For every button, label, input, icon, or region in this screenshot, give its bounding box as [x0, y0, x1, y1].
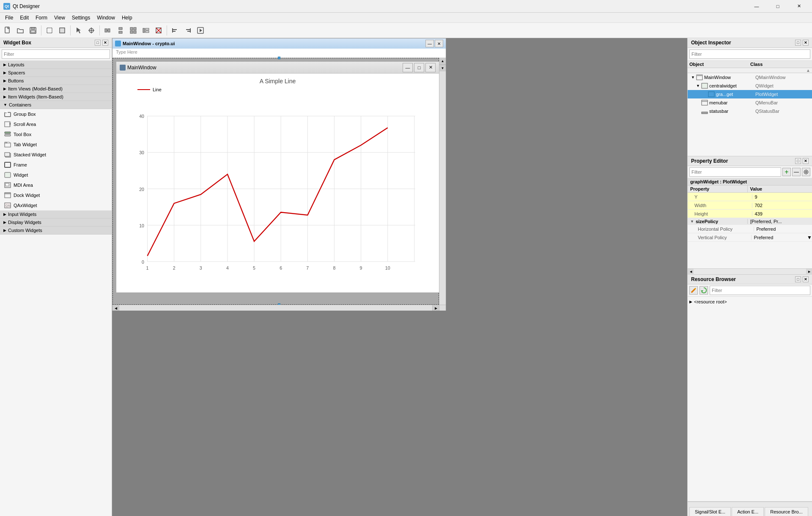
tab-signal-slot[interactable]: Signal/Slot E... [689, 507, 731, 516]
new-button[interactable] [2, 25, 14, 36]
widget-item-widget[interactable]: Widget [0, 170, 112, 180]
res-browser-float-btn[interactable]: □ [795, 276, 801, 282]
svg-rect-43 [7, 142, 9, 143]
prop-y-value[interactable]: 9 [752, 194, 812, 199]
svg-rect-27 [173, 31, 176, 32]
widget-item-tool-box[interactable]: Tool Box [0, 129, 112, 139]
prop-width-value[interactable]: 702 [752, 203, 812, 208]
category-buttons[interactable]: ▶ Buttons [0, 77, 112, 85]
menu-help[interactable]: Help [118, 14, 136, 22]
outer-minimize-btn[interactable]: — [425, 40, 434, 47]
prop-vpolicy-value[interactable]: Preferred [751, 235, 807, 240]
prop-row-y[interactable]: Y 9 [688, 193, 812, 201]
svg-rect-26 [173, 29, 177, 30]
widget-mode-button[interactable] [44, 25, 55, 36]
chart-legend-line: Line [153, 87, 162, 92]
category-item-views[interactable]: ▶ Item Views (Model-Based) [0, 85, 112, 93]
widget-item-scroll-area[interactable]: Scroll Area [0, 119, 112, 129]
tab-action-editor[interactable]: Action E... [732, 507, 764, 516]
tree-row-mainwindow[interactable]: ▼ MainWindow QMainWindow [688, 73, 812, 82]
maximize-button[interactable]: □ [768, 0, 787, 13]
tree-row-graphwidget[interactable]: gra...get PlotWidget [688, 90, 812, 98]
widget-item-group-box[interactable]: ■ Group Box [0, 109, 112, 119]
prop-add-btn[interactable]: + [782, 168, 791, 176]
layout-form-button[interactable] [140, 25, 152, 36]
prop-editor-close-btn[interactable]: ✕ [803, 158, 809, 164]
prop-hpolicy-value[interactable]: Preferred [754, 227, 812, 232]
layout-grid-button[interactable] [127, 25, 139, 36]
layout-v-button[interactable] [115, 25, 126, 36]
res-edit-btn[interactable] [689, 286, 698, 295]
layout-break-button[interactable] [153, 25, 165, 36]
align-left-button[interactable] [169, 25, 181, 36]
category-layouts[interactable]: ▶ Layouts [0, 61, 112, 69]
pointer-button[interactable] [73, 25, 85, 36]
widget-item-frame-label: Frame [14, 162, 27, 167]
category-display-widgets[interactable]: ▶ Display Widgets [0, 218, 112, 227]
preview-button[interactable] [195, 25, 206, 36]
widget-item-dock-widget[interactable]: Dock Widget [0, 190, 112, 200]
menu-file[interactable]: File [2, 14, 16, 22]
widget-item-stacked-widget[interactable]: Stacked Widget [0, 150, 112, 160]
inner-window-title-bar[interactable]: MainWindow — □ ✕ [116, 62, 439, 74]
prop-row-vertical-policy[interactable]: Vertical Policy Preferred ▼ [688, 233, 812, 242]
layout-h-button[interactable] [102, 25, 114, 36]
prop-hscroll-left[interactable]: ◀ [688, 269, 694, 275]
res-filter-input[interactable] [710, 286, 810, 295]
category-containers[interactable]: ▼ Containers [0, 101, 112, 109]
category-spacers[interactable]: ▶ Spacers [0, 69, 112, 77]
tab-resource-browser[interactable]: Resource Bro... [765, 507, 808, 516]
widget-item-tab-widget[interactable]: Tab Widget [0, 139, 112, 150]
widget-box-float-btn[interactable]: □ [95, 40, 101, 46]
category-custom-widgets[interactable]: ▶ Custom Widgets [0, 227, 112, 235]
menu-form[interactable]: Form [32, 14, 51, 22]
obj-inspector-float-btn[interactable]: □ [795, 40, 801, 46]
menu-edit[interactable]: Edit [16, 14, 32, 22]
menu-window[interactable]: Window [93, 14, 118, 22]
tree-row-centralwidget[interactable]: ▼ centralwidget QWidget [688, 82, 812, 90]
inner-minimize-btn[interactable]: — [403, 63, 413, 72]
tree-row-menubar[interactable]: menubar QMenuBar [688, 98, 812, 107]
category-item-widgets[interactable]: ▶ Item Widgets (Item-Based) [0, 93, 112, 101]
save-button[interactable] [27, 25, 39, 36]
widget-box-close-btn[interactable]: ✕ [102, 40, 108, 46]
layout-mode-button[interactable] [56, 25, 68, 36]
object-inspector-header: Object Inspector □ ✕ [688, 38, 812, 48]
prop-hscroll-right[interactable]: ▶ [806, 269, 812, 275]
widget-item-frame[interactable]: Frame [0, 160, 112, 170]
menu-settings[interactable]: Settings [69, 14, 93, 22]
obj-inspector-close-btn[interactable]: ✕ [803, 40, 809, 46]
outer-close-btn[interactable]: ✕ [435, 40, 443, 47]
tree-row-statusbar[interactable]: statusbar QStatusBar [688, 107, 812, 115]
prop-remove-btn[interactable]: — [792, 168, 801, 176]
prop-settings-btn[interactable] [802, 168, 810, 176]
prop-section-sizepolicy[interactable]: ▼ sizePolicy [Preferred, Pr... [688, 218, 812, 225]
prop-row-horizontal-policy[interactable]: Horizontal Policy Preferred [688, 225, 812, 233]
inner-close-btn[interactable]: ✕ [425, 63, 436, 72]
inner-restore-btn[interactable]: □ [414, 63, 424, 72]
prop-expand-btn[interactable]: ▼ [807, 235, 812, 240]
obj-inspector-filter-input[interactable] [689, 49, 810, 59]
category-input-widgets[interactable]: ▶ Input Widgets [0, 210, 112, 218]
prop-row-height[interactable]: Height 439 [688, 210, 812, 218]
prop-row-width[interactable]: Width 702 [688, 201, 812, 210]
align-right-button[interactable] [182, 25, 194, 36]
minimize-button[interactable]: — [747, 0, 766, 13]
close-button[interactable]: ✕ [789, 0, 809, 13]
prop-hscroll[interactable]: ◀ ▶ [688, 268, 812, 274]
svg-text:0: 0 [142, 259, 144, 265]
res-refresh-btn[interactable] [700, 286, 708, 295]
prop-editor-float-btn[interactable]: □ [795, 158, 801, 164]
res-browser-close-btn[interactable]: ✕ [803, 276, 809, 282]
prop-height-value[interactable]: 439 [752, 211, 812, 216]
widget-item-qaxwidget[interactable]: QAx QAxWidget [0, 200, 112, 210]
widget-box-filter-input[interactable] [2, 49, 110, 59]
open-button[interactable] [14, 25, 26, 36]
resource-root-item[interactable]: ▶ <resource root> [689, 298, 810, 305]
drag-button[interactable] [85, 25, 97, 36]
widget-item-mdi-area[interactable]: MDI Area [0, 180, 112, 190]
category-custom-widgets-label: Custom Widgets [8, 228, 42, 233]
menu-view[interactable]: View [51, 14, 69, 22]
prop-filter-input[interactable] [689, 167, 781, 177]
outer-window-title-bar[interactable]: MainWindow - crypto.ui — ✕ [112, 38, 446, 49]
